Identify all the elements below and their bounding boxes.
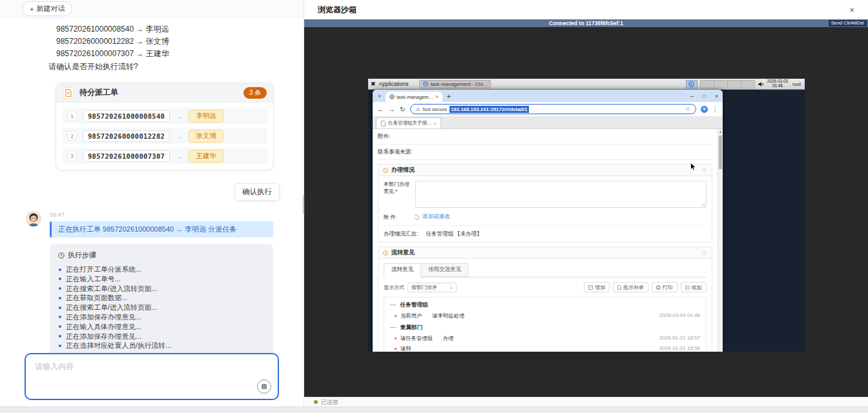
opinion-textarea[interactable] (415, 181, 707, 208)
add-opinion-button[interactable]: 增加 (584, 282, 610, 292)
tree-group-row[interactable]: — 隶属部门 (390, 324, 700, 332)
row-index: 3 (67, 151, 77, 161)
confirm-question: 请确认是否开始执行流转? (48, 61, 304, 73)
favorite-star-icon[interactable]: ☆ (701, 249, 707, 256)
favorite-star-icon[interactable]: ☆ (701, 166, 707, 174)
send-ctrl-alt-del-button[interactable]: Send CtrlAltDel (829, 20, 867, 26)
chat-input[interactable] (26, 354, 278, 399)
minimize-icon[interactable]: – (686, 93, 698, 99)
workspace-pager[interactable] (701, 80, 755, 88)
page-scrollbar-thumb[interactable] (719, 136, 722, 169)
new-chat-button[interactable]: + 新建对话 (22, 1, 72, 16)
stop-generation-button[interactable] (257, 379, 271, 394)
tree-item-value: 请李明远处理 (432, 312, 464, 319)
flow-section-header: 流转意见 ☆ (378, 247, 712, 259)
tree-item-value: 办理 (443, 335, 454, 342)
assignee-chip: 王建华 (189, 150, 223, 163)
reload-icon[interactable]: ↻ (400, 106, 406, 113)
collapse-minus-icon[interactable]: — (390, 324, 396, 332)
remote-desktop-screen[interactable]: ✖ Applications ⋮ task-management - Chr..… (368, 79, 805, 352)
order-mapping-line: 985720261000008540 → 李明远 (48, 23, 304, 35)
tab-circulate-opinion[interactable]: 传阅交流意见 (421, 263, 469, 277)
display-mode-label: 显示方式 (384, 284, 404, 291)
maximize-icon[interactable]: □ (698, 93, 710, 99)
card-title: 待分派工单 (79, 87, 118, 98)
page-scrollbar[interactable]: ▲ (718, 129, 723, 352)
chrome-icon (423, 81, 428, 86)
section-bullet-icon (383, 250, 388, 256)
assistant-message-body: 09:47 正在执行工单 985720261000008540 → 李明远 分派… (50, 211, 273, 358)
chat-header: + 新建对话 (0, 0, 304, 18)
tree-group-row[interactable]: — 任务管理组 (390, 301, 700, 309)
tab-flow-opinion[interactable]: 流转意见 (384, 263, 421, 277)
message-timestamp: 09:47 (50, 212, 273, 218)
count-badge: 3 条 (243, 87, 267, 99)
tab-search-chevron-icon[interactable]: ∨ (375, 92, 384, 100)
clock-time: 01:48 (767, 84, 788, 88)
step-item: 正在添加保存办理意见... (58, 312, 265, 322)
section-bullet-icon (383, 168, 388, 173)
annotate-supplement-label: 批示补录 (623, 284, 644, 291)
opinion-tabs: 流转意见 传阅交流意见 (384, 263, 707, 277)
tree-group-label: 隶属部门 (400, 324, 422, 332)
task-detail-page: 附件: 联系事项来源: 办理情况 ☆ (373, 129, 723, 352)
tree-item-time: 2026-01-21 18:57 (659, 335, 700, 342)
browser-menu-icon[interactable]: ⋮ (712, 106, 719, 113)
page-tab-close-icon[interactable]: × (433, 121, 436, 126)
back-icon[interactable]: ← (377, 106, 384, 113)
browser-tab[interactable]: task-management × (386, 92, 442, 102)
sort-select[interactable]: 按部门排序 ∨ (408, 283, 457, 292)
collapse-minus-icon[interactable]: — (390, 301, 396, 309)
url-text-selected[interactable]: 192.168.103.241:25172/#/detail/1 (450, 106, 528, 113)
taskbar-separator-icon: ⋮ (411, 81, 416, 86)
arrow-right-icon: → (176, 132, 183, 140)
opinion-controls-row: 显示方式 按部门排序 ∨ 增加 (384, 282, 707, 292)
steps-list: 正在打开工单分派系统... 正在输入工单号... 正在搜索工单/进入流转页面..… (58, 265, 265, 350)
scroll-up-icon[interactable]: ▲ (718, 130, 723, 134)
profile-icon[interactable] (701, 106, 708, 113)
step-item: 正在搜索工单/进入流转页面... (58, 303, 265, 312)
taskbar-window-button[interactable]: task-management - Chr... (419, 80, 491, 88)
handling-section-header: 办理情况 ☆ (378, 165, 712, 176)
chevron-down-icon: ∨ (450, 285, 453, 290)
new-tab-icon[interactable]: + (447, 93, 451, 100)
tray-chrome-button[interactable] (686, 80, 698, 88)
browser-sandbox-panel: 浏览器沙箱 × Connected to 11738f6fc5ef:1 Send… (304, 0, 868, 407)
address-bar[interactable]: ⚠ Not secure 192.168.103.241:25172/#/det… (410, 104, 696, 114)
forward-icon[interactable]: → (389, 106, 396, 113)
flow-opinion-section: 流转意见 ☆ 流转意见 传阅交流意见 显示方式 (378, 247, 712, 352)
bookmark-star-icon[interactable]: ☆ (685, 106, 690, 112)
flow-section-body: 流转意见 传阅交流意见 显示方式 按部门排序 ∨ (378, 259, 712, 352)
tab-close-icon[interactable]: × (435, 94, 439, 99)
assignee-chip: 李明远 (189, 110, 223, 123)
pending-orders-card-header: 待分派工单 3 条 (56, 83, 273, 103)
execution-steps-card: 执行步骤 正在打开工单分派系统... 正在输入工单号... 正在搜索工单/进入流… (50, 244, 273, 358)
attachment-row: 附件: (378, 129, 712, 145)
step-item: 正在输入具体办理意见... (58, 322, 265, 332)
document-icon (63, 87, 74, 99)
tree-item-label: 请任务管理组 (400, 335, 433, 342)
annotate-supplement-button[interactable]: 批示补录 (613, 282, 648, 292)
printer-icon (656, 285, 661, 290)
confirm-execute-button[interactable]: 确认执行 (234, 183, 280, 201)
not-secure-label: Not secure (423, 106, 448, 112)
executing-task-bubble: 正在执行工单 985720261000008540 → 李明远 分派任务 (50, 221, 273, 237)
arrow-right-icon: → (176, 152, 183, 160)
tab-title: task-management (397, 94, 433, 100)
connected-text: Connected to 11738f6fc5ef:1 (549, 20, 623, 26)
collapse-button[interactable]: 收起 (681, 282, 707, 292)
handling-summary-row: 办理情况汇总: 任务管理组 【未办理】 (384, 226, 707, 238)
close-window-icon[interactable]: × (710, 93, 723, 99)
summary-label: 办理情况汇总: (384, 230, 418, 238)
add-or-modify-link[interactable]: 添加或修改 (422, 213, 450, 221)
print-button[interactable]: 打印 (652, 282, 677, 292)
close-icon[interactable]: × (849, 6, 854, 14)
order-mapping-line: 985720260000012282 → 张文博 (48, 35, 304, 48)
applications-menu[interactable]: Applications (379, 81, 409, 87)
chat-message-list[interactable]: 985720261000008540 → 李明远 985720260000012… (0, 18, 304, 385)
page-tab[interactable]: 任务管理组关于报... × (376, 117, 441, 128)
sort-select-value: 按部门排序 (411, 284, 437, 291)
globe-favicon (389, 94, 395, 99)
vnc-viewport[interactable]: ✖ Applications ⋮ task-management - Chr..… (304, 27, 868, 397)
order-mapping-line: 985720261000007307 → 王建华 (48, 48, 304, 60)
